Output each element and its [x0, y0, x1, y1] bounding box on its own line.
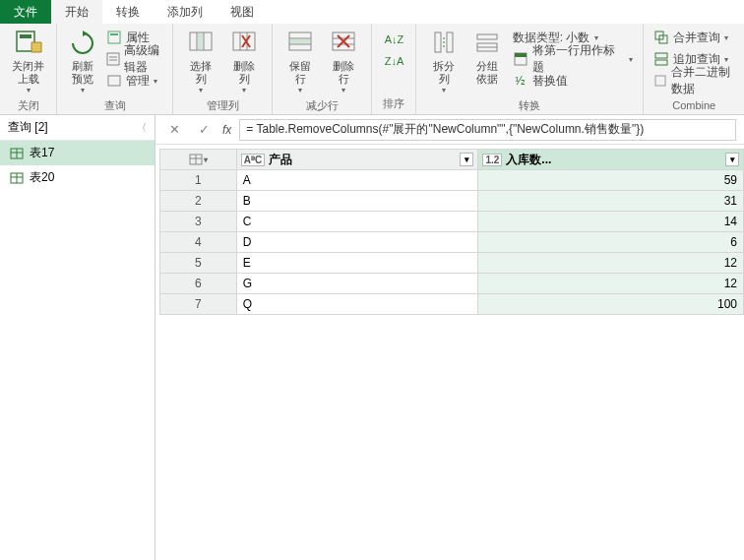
queries-pane: 查询 [2] 〈 表17 表20 [0, 115, 155, 560]
table-icon [10, 171, 24, 185]
column-header-product[interactable]: AᴮC 产品 ▾ [236, 150, 478, 170]
group-query-label: 查询 [63, 96, 166, 116]
row-header[interactable]: 4 [160, 232, 237, 253]
tab-addcolumn[interactable]: 添加列 [154, 0, 217, 24]
row-header[interactable]: 7 [160, 294, 237, 315]
remove-columns-button[interactable]: 删除 列 ▾ [222, 26, 266, 96]
cell-product[interactable]: C [236, 212, 478, 232]
main-row: 查询 [2] 〈 表17 表20 ✕ ✓ fx ▾ AᴮC 产品 [0, 115, 744, 560]
cell-stock[interactable]: 12 [478, 253, 744, 274]
tab-file[interactable]: 文件 [0, 0, 51, 24]
type-decimal-icon: 1.2 [482, 154, 502, 166]
cell-stock[interactable]: 14 [478, 212, 744, 232]
close-load-label: 关闭并 上载 [12, 60, 44, 86]
dropdown-icon: ▾ [629, 55, 633, 64]
query-item-label: 表17 [30, 145, 54, 161]
sort-desc-button[interactable]: Z↓A [382, 51, 405, 71]
row-header[interactable]: 5 [160, 253, 237, 274]
grid-corner[interactable]: ▾ [160, 150, 237, 170]
cell-product[interactable]: B [236, 191, 478, 212]
cell-product[interactable]: Q [236, 294, 478, 315]
keep-rows-button[interactable]: 保留 行 ▾ [279, 26, 322, 96]
query-item-0[interactable]: 表17 [0, 141, 155, 165]
refresh-preview-button[interactable]: 刷新 预览 ▾ [63, 26, 102, 96]
group-combine-label: Combine [650, 97, 738, 114]
refresh-icon [67, 28, 98, 59]
cell-stock[interactable]: 6 [478, 232, 744, 253]
svg-rect-22 [655, 76, 665, 86]
tab-view[interactable]: 视图 [217, 0, 268, 24]
table-row[interactable]: 2B31 [160, 191, 744, 212]
merge-icon [653, 30, 669, 45]
table-header-icon [513, 51, 528, 67]
choose-columns-label: 选择 列 [190, 60, 212, 86]
tab-transform[interactable]: 转换 [102, 0, 154, 24]
group-manage-columns-label: 管理列 [179, 96, 266, 116]
table-row[interactable]: 3C14 [160, 212, 744, 232]
column-header-stock[interactable]: 1.2 入库数... ▾ [478, 150, 744, 170]
replace-values-label: 替换值 [532, 73, 568, 90]
column-filter-button[interactable]: ▾ [460, 153, 473, 166]
fx-icon: fx [222, 123, 231, 137]
cell-stock[interactable]: 59 [478, 170, 744, 191]
formula-input[interactable] [239, 119, 736, 141]
group-by-button[interactable]: 分组 依据 [465, 26, 509, 88]
formula-cancel-button[interactable]: ✕ [163, 119, 185, 141]
group-transform-label: 转换 [422, 96, 637, 116]
collapse-pane-icon[interactable]: 〈 [137, 121, 147, 135]
cell-product[interactable]: A [236, 170, 478, 191]
table-row[interactable]: 6G12 [160, 274, 744, 294]
table-row[interactable]: 7Q100 [160, 294, 744, 315]
combine-binary-button[interactable]: 合并二进制数据 [650, 71, 738, 91]
remove-rows-button[interactable]: 删除 行 ▾ [322, 26, 365, 96]
cell-stock[interactable]: 100 [478, 294, 744, 315]
formula-accept-button[interactable]: ✓ [193, 119, 215, 141]
split-column-button[interactable]: 拆分 列 ▾ [422, 26, 465, 96]
row-header[interactable]: 1 [160, 170, 237, 191]
cell-product[interactable]: G [236, 274, 478, 294]
row-header[interactable]: 3 [160, 212, 237, 232]
group-by-label: 分组 依据 [476, 60, 498, 86]
cell-product[interactable]: D [236, 232, 478, 253]
choose-columns-icon [185, 28, 217, 59]
cell-stock[interactable]: 12 [478, 274, 744, 294]
close-and-load-button[interactable]: 关闭并 上载 ▾ [6, 26, 50, 96]
replace-icon: ¹⁄₂ [513, 73, 528, 89]
table-row[interactable]: 5E12 [160, 253, 744, 274]
tabstrip: 文件 开始 转换 添加列 视图 [0, 0, 744, 24]
replace-values-button[interactable]: ¹⁄₂ 替换值 [509, 71, 638, 91]
svg-rect-17 [515, 53, 527, 57]
keep-rows-icon [284, 28, 316, 59]
table-row[interactable]: 4D6 [160, 232, 744, 253]
advanced-editor-button[interactable]: 高级编辑器 [102, 49, 166, 69]
tab-home[interactable]: 开始 [51, 0, 102, 24]
group-reduce-rows: 保留 行 ▾ 删除 行 ▾ 减少行 [273, 24, 372, 114]
manage-icon [106, 73, 122, 89]
table-row[interactable]: 1A59 [160, 170, 744, 191]
query-item-1[interactable]: 表20 [0, 165, 155, 190]
dropdown-icon: ▾ [724, 33, 728, 42]
dropdown-icon: ▾ [594, 33, 598, 42]
queries-pane-header: 查询 [2] 〈 [0, 115, 155, 141]
choose-columns-button[interactable]: 选择 列 ▾ [179, 26, 222, 96]
first-row-headers-button[interactable]: 将第一行用作标题 ▾ [509, 49, 638, 69]
column-header-label: 产品 [269, 152, 292, 168]
split-column-icon [428, 28, 460, 59]
remove-columns-icon [228, 28, 260, 59]
column-filter-button[interactable]: ▾ [725, 153, 739, 166]
column-header-label: 入库数... [506, 152, 551, 168]
group-transform: 拆分 列 ▾ 分组 依据 数据类型: 小数 ▾ 将第一行用作标题 ▾ ¹⁄₂ [416, 24, 644, 114]
group-by-icon [471, 28, 503, 59]
group-reduce-rows-label: 减少行 [279, 96, 365, 116]
cell-stock[interactable]: 31 [478, 191, 744, 212]
keep-rows-label: 保留 行 [289, 60, 311, 86]
manage-query-button[interactable]: 管理 ▾ [102, 71, 166, 91]
dropdown-icon: ▾ [298, 86, 302, 94]
svg-rect-20 [655, 53, 667, 58]
row-header[interactable]: 2 [160, 191, 237, 212]
sort-asc-button[interactable]: A↓Z [382, 30, 405, 49]
cell-product[interactable]: E [236, 253, 478, 274]
row-header[interactable]: 6 [160, 274, 237, 294]
svg-rect-21 [655, 60, 667, 65]
merge-queries-button[interactable]: 合并查询 ▾ [650, 28, 738, 47]
